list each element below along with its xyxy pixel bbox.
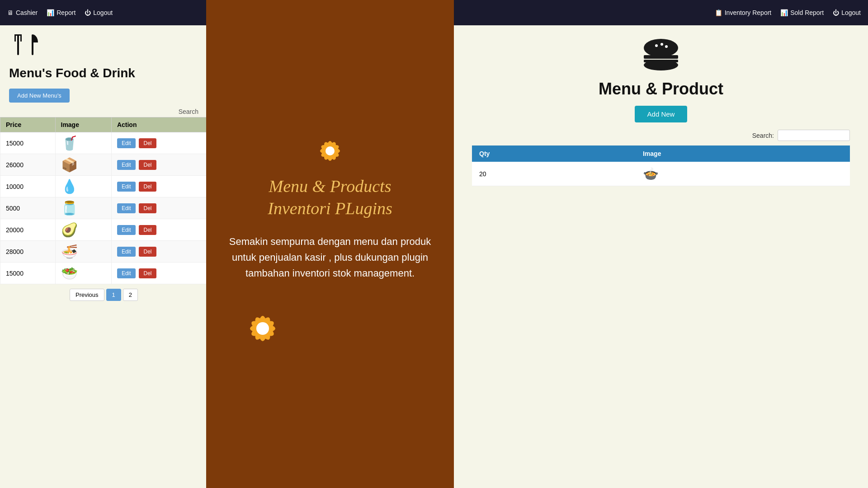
table-row: 26000 📦 Edit Del: [0, 154, 208, 176]
edit-button[interactable]: Edit: [117, 268, 136, 278]
svg-rect-3: [14, 34, 22, 36]
flower-top-icon: [307, 128, 353, 175]
sold-report-icon: 📊: [780, 9, 788, 16]
report-link[interactable]: 📊 Report: [47, 9, 75, 16]
edit-button[interactable]: Edit: [117, 138, 136, 148]
price-header: Price: [0, 117, 56, 132]
delete-button[interactable]: Del: [139, 268, 156, 278]
logout-link-right[interactable]: ⏻ Logout: [833, 9, 861, 16]
inventory-report-icon: 📋: [715, 9, 722, 16]
delete-button[interactable]: Del: [139, 225, 156, 235]
action-header: Action: [111, 117, 207, 132]
report-icon: 📊: [47, 9, 54, 16]
table-row: 15000 🥤 Edit Del: [0, 132, 208, 154]
delete-button[interactable]: Del: [139, 182, 156, 192]
previous-button[interactable]: Previous: [70, 289, 104, 301]
page-title-left: Menu's Food & Drink: [9, 66, 135, 80]
svg-point-13: [326, 146, 335, 155]
svg-rect-4: [17, 42, 19, 55]
edit-button[interactable]: Edit: [117, 247, 136, 257]
delete-button[interactable]: Del: [139, 160, 156, 170]
action-cell: Edit Del: [111, 241, 207, 263]
right-navbar: 📋 Inventory Report 📊 Sold Report ⏻ Logou…: [454, 0, 868, 25]
price-cell: 15000: [0, 263, 56, 284]
add-menu-button[interactable]: Add New Menu's: [9, 89, 70, 103]
left-navbar: 🖥 Cashier 📊 Report ⏻ Logout: [0, 0, 208, 25]
qty-header: Qty: [472, 145, 636, 162]
burger-icon: [638, 34, 684, 80]
center-modal: Menu & Products Inventori PLugins Semaki…: [206, 0, 454, 488]
page-2-button[interactable]: 2: [123, 289, 138, 301]
svg-point-27: [644, 60, 678, 70]
delete-button[interactable]: Del: [139, 247, 156, 257]
image-cell: 🫙: [55, 197, 111, 219]
action-cell: Edit Del: [111, 176, 207, 197]
cashier-link[interactable]: 🖥 Cashier: [7, 9, 38, 16]
table-row: 20 🍲: [472, 162, 850, 186]
price-cell: 10000: [0, 176, 56, 197]
svg-rect-25: [644, 55, 678, 59]
image-cell: 💧: [55, 176, 111, 197]
search-label-left: Search: [179, 108, 198, 115]
table-row: 28000 🍜 Edit Del: [0, 241, 208, 263]
right-search-row: Search:: [752, 130, 850, 141]
price-cell: 15000: [0, 132, 56, 154]
image-cell-right: 🍲: [636, 162, 850, 186]
logout-icon-left: ⏻: [85, 9, 91, 16]
delete-button[interactable]: Del: [139, 138, 156, 148]
flower-bottom-icon: [233, 299, 292, 360]
pagination: Previous 1 2: [0, 284, 208, 305]
svg-point-21: [644, 39, 678, 57]
svg-point-22: [655, 44, 658, 47]
table-row: 10000 💧 Edit Del: [0, 176, 208, 197]
edit-button[interactable]: Edit: [117, 203, 136, 213]
image-cell: 📦: [55, 154, 111, 176]
utensils-icon: [9, 30, 45, 66]
price-cell: 26000: [0, 154, 56, 176]
edit-button[interactable]: Edit: [117, 182, 136, 192]
action-cell: Edit Del: [111, 132, 207, 154]
logout-icon-right: ⏻: [833, 9, 839, 16]
left-header: Menu's Food & Drink: [0, 25, 208, 85]
right-panel: 📋 Inventory Report 📊 Sold Report ⏻ Logou…: [454, 0, 868, 488]
action-cell: Edit Del: [111, 263, 207, 284]
action-cell: Edit Del: [111, 197, 207, 219]
table-row: 5000 🫙 Edit Del: [0, 197, 208, 219]
image-cell: 🥑: [55, 219, 111, 241]
left-table: Price Image Action 15000 🥤 Edit Del 2600…: [0, 117, 208, 284]
edit-button[interactable]: Edit: [117, 225, 136, 235]
svg-rect-5: [32, 34, 33, 55]
price-cell: 5000: [0, 197, 56, 219]
right-table: Qty Image 20 🍲: [472, 145, 850, 186]
search-input-right[interactable]: [778, 130, 850, 141]
add-new-button[interactable]: Add New: [635, 106, 688, 122]
logout-link-left[interactable]: ⏻ Logout: [85, 9, 113, 16]
price-cell: 20000: [0, 219, 56, 241]
action-cell: Edit Del: [111, 154, 207, 176]
sold-report-link[interactable]: 📊 Sold Report: [780, 9, 824, 16]
svg-point-24: [665, 45, 668, 48]
inventory-report-link[interactable]: 📋 Inventory Report: [715, 9, 772, 16]
svg-point-23: [660, 43, 663, 46]
right-content: Menu & Product Add New Search: Qty Image…: [454, 25, 868, 195]
delete-button[interactable]: Del: [139, 203, 156, 213]
edit-button[interactable]: Edit: [117, 160, 136, 170]
image-cell: 🍜: [55, 241, 111, 263]
left-panel: 🖥 Cashier 📊 Report ⏻ Logout: [0, 0, 208, 488]
search-label-right: Search:: [752, 132, 774, 139]
action-cell: Edit Del: [111, 219, 207, 241]
search-row: Search: [0, 106, 208, 117]
modal-description: Semakin sempurna dengan menu dan produk …: [229, 234, 431, 282]
page-1-button[interactable]: 1: [106, 289, 121, 301]
price-cell: 28000: [0, 241, 56, 263]
qty-cell: 20: [472, 162, 636, 186]
table-row: 20000 🥑 Edit Del: [0, 219, 208, 241]
svg-point-20: [256, 322, 269, 335]
image-header-right: Image: [636, 145, 850, 162]
image-header-left: Image: [55, 117, 111, 132]
image-cell: 🥤: [55, 132, 111, 154]
cashier-icon: 🖥: [7, 9, 14, 16]
right-header: Menu & Product: [599, 80, 723, 106]
modal-title: Menu & Products Inventori PLugins: [268, 175, 392, 220]
image-cell: 🥗: [55, 263, 111, 284]
